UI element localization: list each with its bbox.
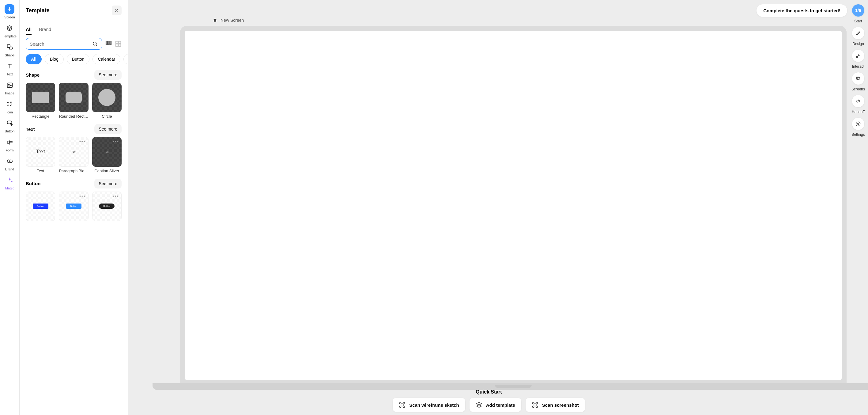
handoff-button[interactable] [852, 95, 864, 107]
search-input[interactable] [30, 41, 92, 47]
svg-rect-11 [106, 41, 107, 43]
svg-rect-7 [7, 141, 9, 143]
template-button-blue-round[interactable]: •••Button [59, 191, 88, 221]
design-button[interactable] [852, 27, 864, 39]
tab-all[interactable]: All [26, 27, 32, 35]
grid-3x3-icon[interactable] [105, 40, 112, 47]
more-icon[interactable]: ••• [113, 139, 119, 144]
chip-blog[interactable]: Blog [45, 54, 64, 64]
template-button-blue-rect[interactable]: Button [26, 191, 55, 221]
svg-rect-5 [10, 102, 12, 103]
rail-label: Magic [5, 186, 14, 190]
panel-tabs: All Brand [20, 21, 128, 35]
right-rail-label: Screens [851, 87, 865, 91]
svg-rect-21 [401, 404, 403, 406]
code-icon [856, 98, 861, 104]
see-more-text[interactable]: See more [94, 124, 122, 134]
chip-more[interactable]: Ca [123, 54, 128, 64]
scan-screenshot-button[interactable]: Scan screenshot [526, 398, 585, 412]
canvas: Complete the quests to get started! New … [128, 0, 868, 415]
chip-calendar[interactable]: Calendar [93, 54, 120, 64]
rail-button[interactable]: Button [5, 118, 15, 133]
thumb-button: Button [99, 204, 115, 209]
copy-icon [856, 76, 861, 81]
right-rail-label: Handoff [852, 110, 865, 114]
svg-point-1 [9, 47, 12, 50]
interact-button[interactable] [852, 50, 864, 62]
svg-rect-20 [119, 44, 121, 46]
right-rail: 1/6 Start Design Interact Screens Handof… [851, 4, 865, 138]
scan-wireframe-button[interactable]: Scan wireframe sketch [393, 398, 465, 412]
screens-button[interactable] [852, 72, 864, 85]
settings-button[interactable] [852, 118, 864, 130]
scan-icon [532, 402, 538, 408]
template-paragraph-black[interactable]: •••Text Paragraph Bla… [59, 137, 88, 173]
quick-start: Quick Start Scan wireframe sketch Add te… [128, 389, 849, 412]
thumb-text: Text [71, 150, 76, 153]
see-more-shape[interactable]: See more [94, 70, 122, 80]
more-icon[interactable]: ••• [79, 194, 86, 199]
rail-screen[interactable]: Screen [4, 4, 15, 19]
rail-form[interactable]: Form [5, 137, 15, 152]
template-caption-silver[interactable]: •••Text Caption Silver [92, 137, 122, 173]
progress-badge[interactable]: 1/6 [852, 4, 864, 17]
svg-rect-25 [857, 78, 860, 80]
plus-icon [5, 4, 14, 14]
svg-rect-22 [534, 404, 536, 406]
close-button[interactable] [112, 5, 122, 15]
template-panel: Template All Brand All Blog Button Calen… [20, 0, 128, 415]
filter-chips: All Blog Button Calendar Ca [20, 54, 128, 70]
text-icon [5, 61, 15, 71]
rail-image[interactable]: Image [5, 80, 15, 95]
svg-rect-2 [7, 83, 12, 88]
svg-rect-19 [116, 44, 118, 46]
thumb-text: Text [104, 150, 110, 153]
svg-rect-13 [110, 41, 112, 43]
rail-brand[interactable]: Brand [5, 156, 15, 171]
rail-text[interactable]: Text [5, 61, 15, 76]
svg-point-27 [858, 123, 859, 125]
template-text[interactable]: Text Text [26, 137, 55, 173]
svg-rect-18 [119, 41, 121, 43]
card-label: Rounded Rect… [59, 114, 88, 119]
chip-all[interactable]: All [26, 54, 42, 64]
template-circle[interactable]: Circle [92, 83, 122, 119]
svg-rect-12 [108, 41, 109, 43]
pencil-icon [856, 30, 861, 36]
template-rounded-rect[interactable]: Rounded Rect… [59, 83, 88, 119]
button-label: Scan screenshot [542, 403, 579, 408]
more-icon[interactable]: ••• [113, 194, 119, 199]
search-input-wrapper[interactable] [26, 38, 102, 50]
add-template-button[interactable]: Add template [469, 398, 521, 412]
svg-rect-26 [857, 77, 859, 79]
more-icon[interactable]: ••• [79, 139, 86, 144]
grid-2x2-icon[interactable] [115, 40, 122, 47]
sparkle-icon [5, 175, 15, 185]
see-more-button[interactable]: See more [94, 179, 122, 188]
icon-grid-icon [5, 99, 15, 109]
quests-banner[interactable]: Complete the quests to get started! [756, 4, 847, 17]
rail-magic[interactable]: Magic [5, 175, 15, 190]
button-label: Scan wireframe sketch [409, 403, 459, 408]
right-rail-label: Interact [852, 64, 864, 69]
right-rail-label: Design [852, 42, 864, 46]
rail-icon[interactable]: Icon [5, 99, 15, 114]
rail-label: Form [6, 148, 14, 152]
tab-brand[interactable]: Brand [39, 27, 51, 35]
search-icon [92, 41, 98, 47]
rail-template[interactable]: Template [3, 23, 17, 38]
template-button-black-pill[interactable]: •••Button [92, 191, 122, 221]
breadcrumb-label: New Screen [220, 18, 244, 23]
card-label: Circle [92, 114, 122, 119]
button-label: Add template [486, 403, 515, 408]
rail-label: Template [3, 34, 17, 38]
device-frame[interactable] [180, 26, 846, 392]
form-icon [5, 137, 15, 147]
rail-shape[interactable]: Shape [5, 42, 15, 57]
chip-button[interactable]: Button [67, 54, 89, 64]
card-label: Caption Silver [92, 169, 122, 173]
rail-label: Screen [4, 15, 15, 19]
template-rectangle[interactable]: Rectangle [26, 83, 55, 119]
rail-label: Image [5, 91, 14, 95]
breadcrumb[interactable]: New Screen [213, 18, 244, 23]
